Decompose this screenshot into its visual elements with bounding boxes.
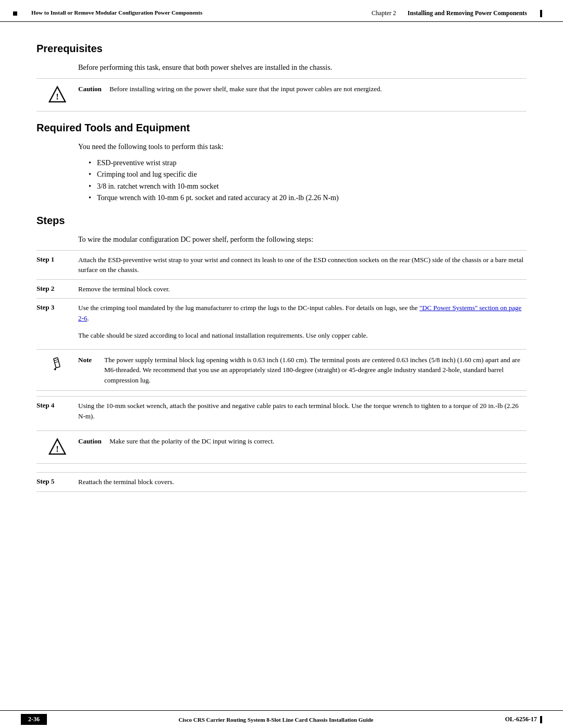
page-header: How to Install or Remove Modular Configu… bbox=[0, 0, 563, 22]
caution-text: Before installing wiring on the power sh… bbox=[109, 84, 527, 94]
step-2-row: Step 2 Remove the terminal block cover. bbox=[36, 279, 527, 299]
header-chapter: Chapter 2 bbox=[372, 9, 396, 17]
footer-ol-number: OL-6256-17 bbox=[505, 715, 537, 723]
header-title: Installing and Removing Power Components bbox=[408, 9, 527, 17]
step-4-row: Step 4 Using the 10-mm socket wrench, at… bbox=[36, 396, 527, 425]
step-3-label: Step 3 bbox=[36, 303, 78, 312]
main-content: Prerequisites Before performing this tas… bbox=[0, 22, 563, 513]
svg-text:!: ! bbox=[56, 92, 58, 102]
steps-caution-box: ! Caution Make sure that the polarity of… bbox=[36, 430, 527, 464]
note-label: Note bbox=[78, 355, 104, 364]
list-item: Crimping tool and lug specific die bbox=[89, 169, 527, 180]
header-right: Chapter 2 Installing and Removing Power … bbox=[372, 9, 542, 17]
prerequisites-caution-box: ! Caution Before installing wiring on th… bbox=[36, 78, 527, 112]
footer-doc-title: Cisco CRS Carrier Routing System 8-Slot … bbox=[47, 717, 505, 723]
caution-icon-cell: ! bbox=[36, 84, 78, 106]
step-1-text: Attach the ESD-preventive wrist strap to… bbox=[78, 255, 527, 275]
steps-caution-triangle-icon: ! bbox=[48, 437, 67, 458]
prerequisites-heading: Prerequisites bbox=[36, 43, 527, 55]
steps-intro: To wire the modular configuration DC pow… bbox=[78, 234, 527, 245]
page-container: How to Install or Remove Modular Configu… bbox=[0, 0, 563, 728]
steps-section: Steps To wire the modular configuration … bbox=[36, 215, 527, 492]
caution-label: Caution bbox=[78, 84, 109, 93]
step-5-text: Reattach the terminal block covers. bbox=[78, 477, 527, 487]
prerequisites-section: Prerequisites Before performing this tas… bbox=[36, 43, 527, 112]
step-3-extra: The cable should be sized according to l… bbox=[78, 330, 527, 341]
note-icon-cell bbox=[36, 355, 78, 376]
step-2-text: Remove the terminal block cover. bbox=[78, 284, 527, 294]
required-tools-intro: You need the following tools to perform … bbox=[78, 141, 527, 152]
steps-heading: Steps bbox=[36, 215, 527, 227]
step-3-row: Step 3 Use the crimping tool mandated by… bbox=[36, 298, 527, 327]
footer-bar bbox=[540, 716, 542, 723]
step-5-row: Step 5 Reattach the terminal block cover… bbox=[36, 472, 527, 492]
steps-caution-label: Caution bbox=[78, 436, 109, 446]
footer-page-number: 2-36 bbox=[21, 714, 47, 725]
dc-power-link[interactable]: "DC Power Systems" section on page 2-6 bbox=[78, 304, 521, 322]
header-bar bbox=[540, 10, 542, 17]
header-black-square bbox=[13, 11, 17, 16]
subheader-text: How to Install or Remove Modular Configu… bbox=[31, 9, 202, 16]
note-box: Note The power supply terminal block lug… bbox=[36, 349, 527, 391]
step-3-text: Use the crimping tool mandated by the lu… bbox=[78, 303, 527, 323]
step-2-label: Step 2 bbox=[36, 284, 78, 293]
svg-text:!: ! bbox=[56, 445, 58, 454]
steps-caution-text: Make sure that the polarity of the DC in… bbox=[109, 436, 527, 447]
list-item: Torque wrench with 10-mm 6 pt. socket an… bbox=[89, 192, 527, 204]
tools-list: ESD-preventive wrist strap Crimping tool… bbox=[89, 157, 527, 204]
step-4-text: Using the 10-mm socket wrench, attach th… bbox=[78, 401, 527, 421]
required-tools-section: Required Tools and Equipment You need th… bbox=[36, 122, 527, 204]
required-tools-heading: Required Tools and Equipment bbox=[36, 122, 527, 134]
step-1-row: Step 1 Attach the ESD-preventive wrist s… bbox=[36, 250, 527, 279]
svg-line-4 bbox=[54, 360, 58, 361]
steps-caution-icon-cell: ! bbox=[36, 436, 78, 458]
page-footer: 2-36 Cisco CRS Carrier Routing System 8-… bbox=[0, 710, 563, 728]
step-5-label: Step 5 bbox=[36, 477, 78, 486]
caution-triangle-icon: ! bbox=[48, 85, 67, 106]
list-item: 3/8 in. ratchet wrench with 10-mm socket bbox=[89, 181, 527, 192]
note-pencil-icon bbox=[50, 361, 65, 376]
step-1-label: Step 1 bbox=[36, 255, 78, 264]
list-item: ESD-preventive wrist strap bbox=[89, 157, 527, 169]
prerequisites-intro: Before performing this task, ensure that… bbox=[78, 62, 527, 73]
step-4-label: Step 4 bbox=[36, 401, 78, 410]
note-text: The power supply terminal block lug open… bbox=[104, 355, 527, 386]
